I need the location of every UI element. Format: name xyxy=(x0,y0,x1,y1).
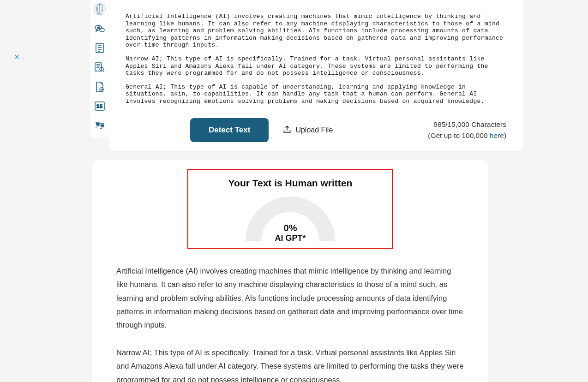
svg-text:66: 66 xyxy=(96,123,99,125)
sidebar-item-quote[interactable]: 6699 xyxy=(93,120,106,133)
upload-icon xyxy=(282,125,292,136)
document-list-icon xyxy=(95,42,105,55)
svg-text:5: 5 xyxy=(100,103,102,109)
upload-file-button[interactable]: Upload File xyxy=(282,125,333,136)
character-counter: 985/15,000 Characters (Get up to 100,000… xyxy=(428,119,506,141)
input-paragraph: Artificial Intelligence (AI) involves cr… xyxy=(126,13,506,49)
result-highlight-box: Your Text is Human written 0% AI GPT* xyxy=(187,169,393,249)
document-search-icon xyxy=(94,62,105,75)
input-paragraph: General AI; This type of AI is capable o… xyxy=(126,84,506,105)
detect-text-button[interactable]: Detect Text xyxy=(190,118,269,142)
input-card: Artificial Intelligence (AI) involves cr… xyxy=(109,0,523,151)
digits-icon: 15 xyxy=(94,101,105,113)
char-count-text: 985/15,000 Characters xyxy=(428,119,506,130)
gauge-sublabel: AI GPT* xyxy=(240,233,341,243)
tool-sidebar: AI 15 6699 xyxy=(90,0,109,137)
brain-icon xyxy=(93,3,106,18)
sidebar-item-doc-list[interactable] xyxy=(93,42,106,55)
upsell-prefix: (Get up to 100,000 xyxy=(428,131,490,139)
upload-file-label: Upload File xyxy=(295,126,333,134)
sidebar-item-doc-check[interactable] xyxy=(93,81,106,94)
result-title: Your Text is Human written xyxy=(188,178,392,189)
result-card: Your Text is Human written 0% AI GPT* Ar… xyxy=(92,160,488,382)
input-text-area[interactable]: Artificial Intelligence (AI) involves cr… xyxy=(126,13,506,105)
result-gauge: 0% AI GPT* xyxy=(240,195,341,241)
result-body: Artificial Intelligence (AI) involves cr… xyxy=(116,264,464,382)
svg-line-15 xyxy=(103,71,104,72)
result-paragraph: Narrow AI; This type of AI is specifical… xyxy=(116,346,464,382)
sidebar-item-ai-chat[interactable]: AI xyxy=(93,23,106,36)
svg-rect-10 xyxy=(95,63,102,71)
svg-text:99: 99 xyxy=(101,124,104,127)
quote-icon: 6699 xyxy=(94,121,105,132)
result-paragraph: Artificial Intelligence (AI) involves cr… xyxy=(116,264,464,332)
close-icon[interactable]: ✕ xyxy=(14,53,20,61)
svg-text:1: 1 xyxy=(96,103,99,109)
svg-text:AI: AI xyxy=(97,26,100,29)
input-paragraph: Narrow AI; This type of AI is specifical… xyxy=(126,55,506,77)
ai-chat-icon: AI xyxy=(94,23,105,36)
gauge-percent: 0% xyxy=(240,223,341,233)
upsell-suffix: ) xyxy=(504,131,506,139)
sidebar-item-doc-search[interactable] xyxy=(93,62,106,75)
sidebar-item-digits[interactable]: 15 xyxy=(93,101,106,113)
action-row: Detect Text Upload File 985/15,000 Chara… xyxy=(126,118,506,142)
here-link[interactable]: here xyxy=(490,131,504,139)
sidebar-item-brain[interactable] xyxy=(93,4,106,17)
document-check-icon xyxy=(95,81,105,94)
svg-point-4 xyxy=(100,28,104,32)
